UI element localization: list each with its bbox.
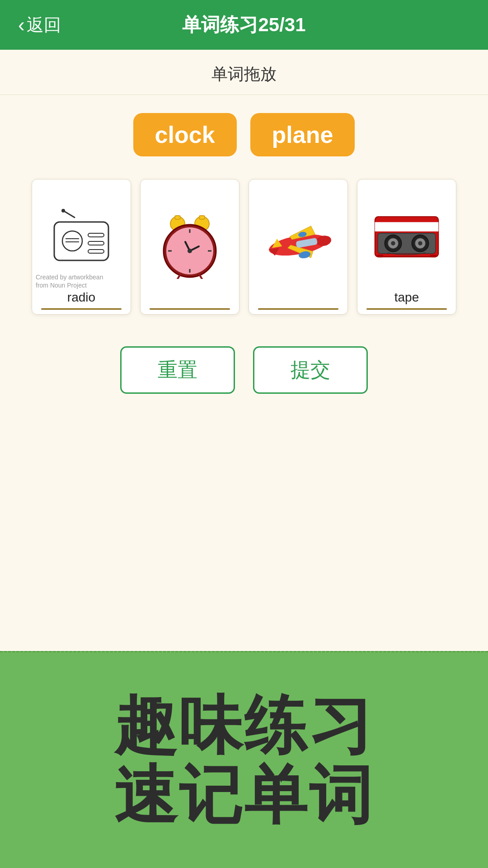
action-buttons: 重置 提交 <box>120 346 368 394</box>
word-button-clock[interactable]: clock <box>133 113 237 156</box>
card-underline-radio <box>41 308 122 310</box>
card-underline-tape <box>366 308 447 310</box>
svg-point-1 <box>61 209 65 212</box>
svg-rect-11 <box>175 216 180 219</box>
card-label-radio: radio <box>67 287 95 308</box>
back-chevron-icon: ‹ <box>18 15 25 35</box>
banner-line2: 速记单词 <box>114 760 374 830</box>
sub-header: 单词拖放 <box>0 50 488 95</box>
word-buttons: clock plane <box>133 113 355 156</box>
back-button[interactable]: ‹ 返回 <box>18 14 61 37</box>
svg-point-41 <box>418 241 422 245</box>
card-image-plane <box>253 189 343 301</box>
svg-rect-42 <box>377 255 383 257</box>
svg-rect-43 <box>430 255 436 257</box>
card-tape[interactable]: tape <box>357 179 456 315</box>
submit-button[interactable]: 提交 <box>253 346 368 394</box>
back-label: 返回 <box>27 14 61 37</box>
svg-point-38 <box>391 241 395 245</box>
card-image-tape <box>362 189 451 287</box>
svg-rect-34 <box>375 222 439 231</box>
card-radio[interactable]: radio Created by artworkbeanfrom Noun Pr… <box>32 179 131 315</box>
header-title: 单词练习25/31 <box>182 12 305 38</box>
card-image-radio <box>37 189 126 287</box>
credit-text: Created by artworkbeanfrom Noun Project <box>36 273 103 289</box>
card-underline-plane <box>258 308 338 310</box>
card-plane[interactable] <box>249 179 348 315</box>
card-image-clock <box>145 189 235 301</box>
header: ‹ 返回 单词练习25/31 <box>0 0 488 50</box>
card-underline-clock <box>150 308 230 310</box>
svg-line-0 <box>63 211 75 217</box>
card-label-tape: tape <box>394 287 419 308</box>
svg-rect-12 <box>199 216 205 219</box>
image-cards: radio Created by artworkbeanfrom Noun Pr… <box>32 179 456 315</box>
banner-line1: 趣味练习 <box>114 691 374 760</box>
word-button-plane[interactable]: plane <box>250 113 355 156</box>
bottom-banner: 趣味练习 速记单词 <box>0 651 488 868</box>
svg-point-21 <box>188 249 192 253</box>
reset-button[interactable]: 重置 <box>120 346 235 394</box>
card-clock[interactable] <box>140 179 239 315</box>
main-content: clock plane <box>0 95 488 651</box>
sub-title: 单词拖放 <box>211 65 277 83</box>
